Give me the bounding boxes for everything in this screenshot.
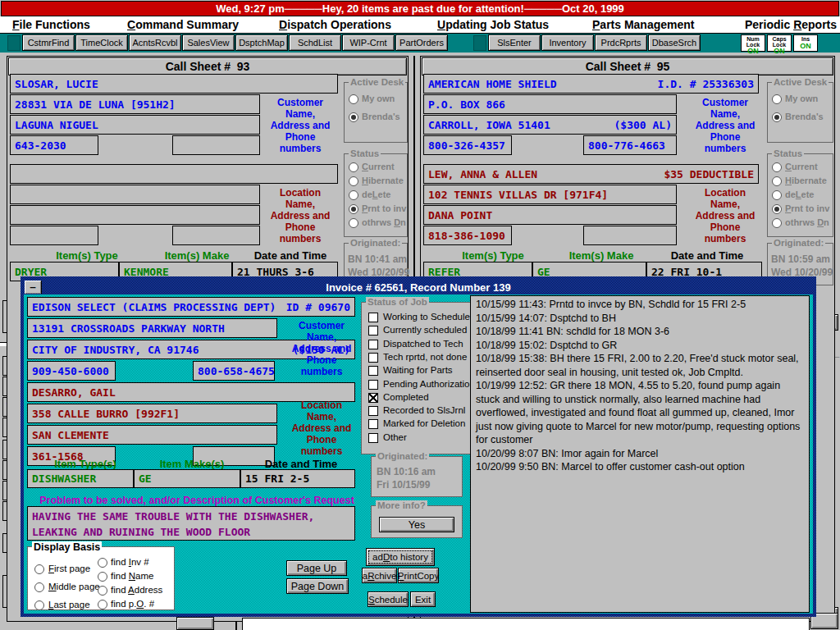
- job-status-checkbox[interactable]: [368, 393, 378, 403]
- status-radio[interactable]: [772, 176, 782, 186]
- status-radio[interactable]: [772, 162, 782, 172]
- display-basis-option-label[interactable]: First page: [48, 564, 90, 573]
- job-status-checkbox[interactable]: [368, 380, 378, 390]
- customer-phone2-field[interactable]: 800-776-4663: [583, 135, 677, 155]
- display-basis-radio[interactable]: [98, 572, 107, 582]
- display-basis-radio[interactable]: [98, 558, 107, 568]
- status-option-label[interactable]: Current: [362, 162, 395, 171]
- job-status-option-label[interactable]: Recorded to SlsJrnl: [383, 405, 465, 415]
- status-radio[interactable]: [349, 204, 358, 214]
- display-basis-option-label[interactable]: Middle page: [48, 582, 100, 591]
- system-menu-button[interactable]: —: [25, 281, 42, 294]
- history-log[interactable]: 10/15/99 11:43: Prntd to invce by BN, Sc…: [470, 295, 810, 613]
- location-city-field[interactable]: SAN CLEMENTE: [27, 425, 277, 445]
- customer-address-field[interactable]: P.O. BOX 866: [423, 94, 677, 114]
- job-status-checkbox[interactable]: [368, 419, 378, 429]
- display-basis-option-label[interactable]: find Name: [111, 571, 153, 581]
- location-address-field[interactable]: 358 CALLE BURRO [992F1]: [27, 404, 277, 423]
- job-status-option-label[interactable]: Tech rprtd, not done: [383, 352, 467, 362]
- job-status-option-label[interactable]: Currently scheduled: [383, 325, 467, 335]
- location-phone2-field[interactable]: [583, 226, 677, 245]
- customer-phone1-field[interactable]: 800-326-4357: [423, 135, 512, 155]
- location-city-field[interactable]: DANA POINT: [423, 205, 677, 225]
- display-basis-option-label[interactable]: find p.O. #: [111, 599, 154, 609]
- archive-button[interactable]: aRchive: [362, 568, 397, 583]
- location-phone2-field[interactable]: [172, 226, 260, 245]
- customer-phone2-field[interactable]: [172, 135, 260, 155]
- location-name-field[interactable]: LEW, ANNA & ALLEN$35 DEDUCTIBLE: [423, 164, 759, 184]
- customer-name-field[interactable]: SLOSAR, LUCIE: [10, 74, 338, 94]
- customer-city-field[interactable]: CARROLL, IOWA 51401($300 AL): [423, 115, 677, 135]
- bottom-input[interactable]: [242, 618, 810, 630]
- status-option-label[interactable]: deLete: [362, 189, 390, 199]
- status-option-label[interactable]: deLete: [785, 189, 814, 199]
- dialog-titlebar[interactable]: — Invoice # 62561, Record Number 139: [24, 280, 813, 294]
- customer-phone2-field[interactable]: 800-658-4675: [193, 361, 275, 381]
- add-to-history-button[interactable]: adD to history: [366, 548, 435, 566]
- customer-phone1-field[interactable]: 909-450-6000: [27, 361, 116, 381]
- display-basis-radio[interactable]: [34, 564, 44, 574]
- status-radio[interactable]: [772, 204, 782, 214]
- customer-phone1-field[interactable]: 643-2030: [10, 135, 98, 155]
- job-status-option-label[interactable]: Completed: [383, 392, 429, 402]
- active-desk-radio[interactable]: [772, 94, 782, 104]
- exit-button[interactable]: Exit: [410, 591, 436, 607]
- item-make-field[interactable]: GE: [134, 469, 240, 488]
- status-option-label[interactable]: Prnt to inv: [785, 203, 829, 213]
- status-radio[interactable]: [349, 218, 358, 228]
- job-status-checkbox[interactable]: [368, 353, 378, 363]
- status-option-label[interactable]: Hibernate: [785, 176, 827, 185]
- active-desk-option-label[interactable]: My own: [362, 94, 395, 103]
- display-basis-radio[interactable]: [34, 600, 44, 610]
- status-radio[interactable]: [349, 176, 358, 186]
- display-basis-option-label[interactable]: find Address: [111, 585, 162, 595]
- customer-name-field[interactable]: AMERICAN HOME SHIELDI.D. # 25336303: [423, 74, 759, 94]
- item-datetime-field[interactable]: 15 FRI 2-5: [240, 469, 355, 488]
- display-basis-radio[interactable]: [34, 582, 44, 592]
- item-type-field[interactable]: DISHWASHER: [27, 469, 134, 488]
- job-status-checkbox[interactable]: [368, 313, 378, 322]
- location-address-field[interactable]: 102 TENNIS VILLAS DR [971F4]: [423, 185, 677, 204]
- display-basis-option-label[interactable]: Last page: [48, 600, 90, 609]
- location-city-field[interactable]: [10, 205, 260, 225]
- active-desk-option-label[interactable]: Brenda's: [362, 112, 400, 121]
- status-option-label[interactable]: othrws Dn: [785, 217, 829, 227]
- display-basis-radio[interactable]: [98, 600, 107, 609]
- location-name-field[interactable]: [10, 164, 338, 184]
- schedule-button[interactable]: Schedule: [368, 591, 409, 607]
- job-status-checkbox[interactable]: [368, 433, 378, 443]
- status-radio[interactable]: [772, 190, 782, 200]
- active-desk-radio[interactable]: [772, 112, 782, 122]
- location-phone1-field[interactable]: 818-386-1090: [423, 226, 512, 245]
- status-radio[interactable]: [349, 190, 358, 200]
- bottom-left-button[interactable]: [176, 617, 214, 630]
- status-option-label[interactable]: Prnt to inv: [362, 203, 406, 213]
- job-status-checkbox[interactable]: [368, 366, 378, 376]
- problem-text-field[interactable]: HAVING THE SAME TROUBLE WITH THE DISHWAS…: [27, 506, 355, 541]
- page-up-button[interactable]: Page Up: [286, 560, 347, 576]
- status-option-label[interactable]: othrws Dn: [362, 217, 406, 227]
- location-address-field[interactable]: [10, 185, 260, 204]
- location-phone1-field[interactable]: [10, 226, 98, 245]
- status-option-label[interactable]: Hibernate: [362, 176, 404, 185]
- active-desk-option-label[interactable]: My own: [785, 94, 818, 103]
- job-status-option-label[interactable]: Waiting for Parts: [383, 365, 453, 375]
- job-status-option-label[interactable]: Marked for Deletion: [383, 418, 465, 428]
- status-radio[interactable]: [349, 162, 358, 172]
- display-basis-option-label[interactable]: find Inv #: [111, 557, 149, 567]
- customer-address-field[interactable]: 28831 VIA DE LUNA [951H2]: [10, 94, 260, 114]
- job-status-option-label[interactable]: Dispatched to Tech: [383, 339, 463, 349]
- job-status-option-label[interactable]: Working to Schedule: [383, 312, 470, 322]
- active-desk-option-label[interactable]: Brenda's: [785, 112, 824, 121]
- page-down-button[interactable]: Page Down: [286, 578, 349, 594]
- yes-button[interactable]: Yes: [379, 517, 454, 532]
- customer-address-field[interactable]: 13191 CROSSROADS PARKWAY NORTH: [27, 318, 277, 338]
- job-status-checkbox[interactable]: [368, 406, 378, 416]
- job-status-checkbox[interactable]: [368, 326, 378, 336]
- job-status-option-label[interactable]: Other: [383, 432, 407, 442]
- customer-city-field[interactable]: LAGUNA NIGUEL: [10, 115, 260, 135]
- job-status-option-label[interactable]: Pending Authorization: [383, 379, 475, 389]
- display-basis-radio[interactable]: [98, 586, 107, 596]
- active-desk-radio[interactable]: [349, 94, 358, 104]
- customer-name-field[interactable]: EDISON SELECT (CLAIMS PROCESSING DEPT) I…: [27, 297, 355, 317]
